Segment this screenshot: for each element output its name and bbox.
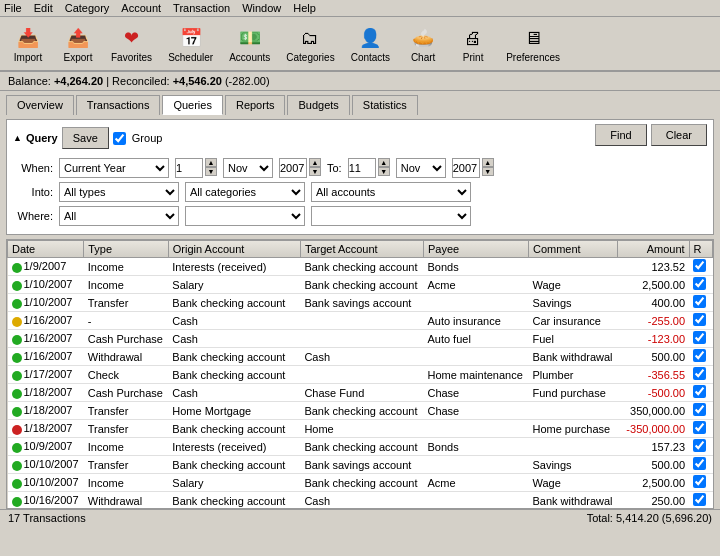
preferences-button[interactable]: 🖥 Preferences xyxy=(501,21,565,66)
from-year-up[interactable]: ▲ xyxy=(309,158,321,167)
menu-help[interactable]: Help xyxy=(293,2,316,14)
print-button[interactable]: 🖨 Print xyxy=(451,21,495,66)
menu-file[interactable]: File xyxy=(4,2,22,14)
tab-statistics[interactable]: Statistics xyxy=(352,95,418,115)
cell-origin: Bank checking account xyxy=(168,456,300,474)
cell-comment xyxy=(528,402,618,420)
col-payee-header[interactable]: Payee xyxy=(423,241,528,258)
reconcile-checkbox[interactable] xyxy=(693,331,706,344)
col-amount-header[interactable]: Amount xyxy=(618,241,689,258)
col-origin-header[interactable]: Origin Account xyxy=(168,241,300,258)
from-num-up[interactable]: ▲ xyxy=(205,158,217,167)
import-button[interactable]: 📥 Import xyxy=(6,21,50,66)
table-row[interactable]: 1/10/2007 Transfer Bank checking account… xyxy=(8,294,713,312)
to-num-up[interactable]: ▲ xyxy=(378,158,390,167)
menu-category[interactable]: Category xyxy=(65,2,110,14)
to-num-input[interactable] xyxy=(348,158,376,178)
reconcile-checkbox[interactable] xyxy=(693,385,706,398)
from-num-seg: ▲ ▼ xyxy=(175,158,217,178)
scheduler-button[interactable]: 📅 Scheduler xyxy=(163,21,218,66)
cell-origin: Home Mortgage xyxy=(168,402,300,420)
categories-select[interactable]: All categories xyxy=(185,182,305,202)
reconcile-checkbox[interactable] xyxy=(693,421,706,434)
group-checkbox[interactable] xyxy=(113,132,126,145)
reconcile-checkbox[interactable] xyxy=(693,403,706,416)
table-row[interactable]: 10/9/2007 Income Interests (received) Ba… xyxy=(8,438,713,456)
reconcile-checkbox[interactable] xyxy=(693,367,706,380)
into-select[interactable]: All types Income Expense xyxy=(59,182,179,202)
to-month-select[interactable]: NovJan xyxy=(396,158,446,178)
from-year-down[interactable]: ▼ xyxy=(309,167,321,176)
find-button[interactable]: Find xyxy=(595,124,646,146)
balance-bar: Balance: +4,264.20 | Reconciled: +4,546.… xyxy=(0,72,720,91)
reconcile-checkbox[interactable] xyxy=(693,493,706,506)
table-row[interactable]: 1/17/2007 Check Bank checking account Ho… xyxy=(8,366,713,384)
table-row[interactable]: 1/16/2007 Cash Purchase Cash Auto fuel F… xyxy=(8,330,713,348)
table-row[interactable]: 1/18/2007 Cash Purchase Cash Chase Fund … xyxy=(8,384,713,402)
chart-button[interactable]: 🥧 Chart xyxy=(401,21,445,66)
from-month-select[interactable]: NovJanFeb xyxy=(223,158,273,178)
table-row[interactable]: 10/16/2007 Withdrawal Bank checking acco… xyxy=(8,492,713,510)
reconcile-checkbox[interactable] xyxy=(693,439,706,452)
col-target-header[interactable]: Target Account xyxy=(300,241,423,258)
accounts-button[interactable]: 💵 Accounts xyxy=(224,21,275,66)
collapse-icon[interactable]: ▲ xyxy=(13,133,22,143)
cell-type: Transfer xyxy=(84,456,169,474)
col-type-header[interactable]: Type xyxy=(84,241,169,258)
reconcile-checkbox[interactable] xyxy=(693,277,706,290)
group-label: Group xyxy=(132,132,163,144)
favorites-button[interactable]: ❤ Favorites xyxy=(106,21,157,66)
to-year-input[interactable] xyxy=(452,158,480,178)
table-row[interactable]: 1/18/2007 Transfer Bank checking account… xyxy=(8,420,713,438)
where-field-select[interactable] xyxy=(185,206,305,226)
menu-account[interactable]: Account xyxy=(121,2,161,14)
col-date-header[interactable]: Date xyxy=(8,241,84,258)
reconcile-checkbox[interactable] xyxy=(693,349,706,362)
menu-window[interactable]: Window xyxy=(242,2,281,14)
tab-budgets[interactable]: Budgets xyxy=(287,95,349,115)
tab-overview[interactable]: Overview xyxy=(6,95,74,115)
where-row: Where: All xyxy=(13,206,707,226)
table-row[interactable]: 1/18/2007 Transfer Home Mortgage Bank ch… xyxy=(8,402,713,420)
table-row[interactable]: 1/10/2007 Income Salary Bank checking ac… xyxy=(8,276,713,294)
menu-transaction[interactable]: Transaction xyxy=(173,2,230,14)
when-select[interactable]: Current Year Last Year All xyxy=(59,158,169,178)
categories-button[interactable]: 🗂 Categories xyxy=(281,21,339,66)
clear-button[interactable]: Clear xyxy=(651,124,707,146)
to-num-down[interactable]: ▼ xyxy=(378,167,390,176)
to-year-spinner[interactable]: ▲ ▼ xyxy=(482,158,494,178)
reconcile-checkbox[interactable] xyxy=(693,259,706,272)
cell-r xyxy=(689,258,712,276)
contacts-button[interactable]: 👤 Contacts xyxy=(346,21,395,66)
from-num-down[interactable]: ▼ xyxy=(205,167,217,176)
reconcile-checkbox[interactable] xyxy=(693,475,706,488)
import-label: Import xyxy=(14,52,42,63)
when-label: When: xyxy=(13,162,53,174)
accounts-select[interactable]: All accounts Bank checking account Bark … xyxy=(311,182,471,202)
export-button[interactable]: 📤 Export xyxy=(56,21,100,66)
table-row[interactable]: 1/9/2007 Income Interests (received) Ban… xyxy=(8,258,713,276)
table-row[interactable]: 10/10/2007 Transfer Bank checking accoun… xyxy=(8,456,713,474)
col-r-header[interactable]: R xyxy=(689,241,712,258)
col-comment-header[interactable]: Comment xyxy=(528,241,618,258)
table-row[interactable]: 10/10/2007 Income Salary Bank checking a… xyxy=(8,474,713,492)
from-num-spinner[interactable]: ▲ ▼ xyxy=(205,158,217,178)
to-num-spinner[interactable]: ▲ ▼ xyxy=(378,158,390,178)
where-value-select[interactable] xyxy=(311,206,471,226)
reconcile-checkbox[interactable] xyxy=(693,313,706,326)
from-num-input[interactable] xyxy=(175,158,203,178)
table-row[interactable]: 1/16/2007 Withdrawal Bank checking accou… xyxy=(8,348,713,366)
menu-edit[interactable]: Edit xyxy=(34,2,53,14)
to-year-up[interactable]: ▲ xyxy=(482,158,494,167)
reconcile-checkbox[interactable] xyxy=(693,457,706,470)
tab-transactions[interactable]: Transactions xyxy=(76,95,161,115)
table-row[interactable]: 1/16/2007 - Cash Auto insurance Car insu… xyxy=(8,312,713,330)
tab-reports[interactable]: Reports xyxy=(225,95,286,115)
save-button[interactable]: Save xyxy=(62,127,109,149)
where-select[interactable]: All xyxy=(59,206,179,226)
reconcile-checkbox[interactable] xyxy=(693,295,706,308)
from-year-input[interactable] xyxy=(279,158,307,178)
from-year-spinner[interactable]: ▲ ▼ xyxy=(309,158,321,178)
tab-queries[interactable]: Queries xyxy=(162,95,223,115)
to-year-down[interactable]: ▼ xyxy=(482,167,494,176)
